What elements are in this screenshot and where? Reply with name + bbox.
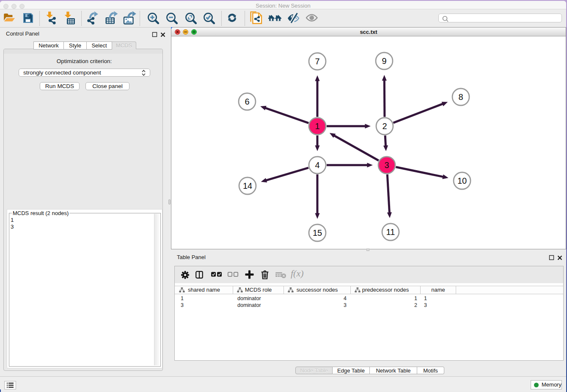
svg-text:6: 6 (245, 97, 249, 106)
svg-text:8: 8 (458, 92, 463, 102)
svg-text:11: 11 (386, 227, 395, 237)
svg-text:7: 7 (315, 57, 319, 66)
svg-text:15: 15 (313, 228, 322, 237)
svg-text:10: 10 (457, 176, 467, 185)
svg-text:9: 9 (382, 56, 386, 66)
svg-text:2: 2 (382, 121, 387, 131)
svg-text:1: 1 (315, 121, 319, 131)
svg-text:4: 4 (315, 160, 319, 170)
svg-text:14: 14 (243, 181, 252, 190)
svg-text:3: 3 (384, 160, 389, 170)
